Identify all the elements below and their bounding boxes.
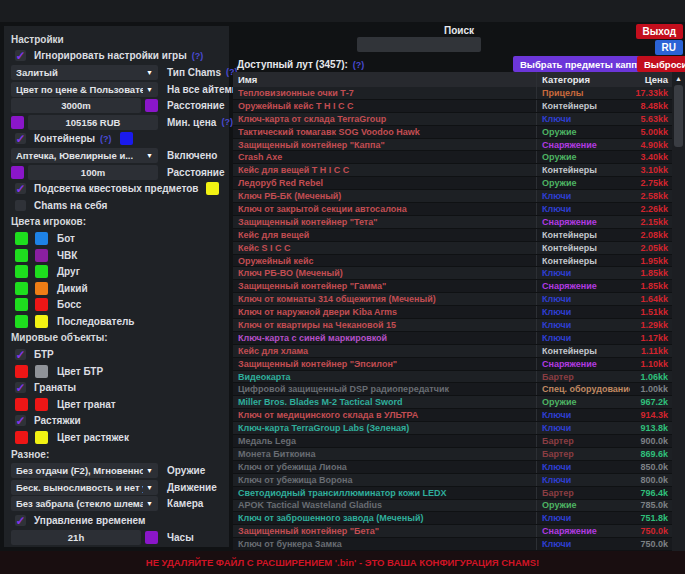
color-swatch-primary[interactable] <box>15 365 28 378</box>
color-swatch-primary[interactable] <box>15 315 28 328</box>
column-header-price[interactable]: Цена <box>630 74 672 85</box>
scroll-up-icon[interactable]: ▲ <box>672 72 685 84</box>
table-row[interactable]: Ключ от комнаты 314 общежития (Меченый)К… <box>233 293 685 306</box>
table-row[interactable]: Защищенный контейнер "Тета"Снаряжение2.1… <box>233 216 685 229</box>
checkbox[interactable]: ✓ <box>15 382 26 393</box>
checkbox[interactable]: ✓ <box>15 415 26 426</box>
color-swatch-secondary[interactable] <box>35 282 48 295</box>
color-swatch-secondary[interactable] <box>35 265 48 278</box>
table-row[interactable]: Ключ от убежища ВоронаКлючи800.0k <box>233 474 685 487</box>
color-swatch-secondary[interactable] <box>35 249 48 262</box>
color-swatch[interactable] <box>145 99 158 112</box>
table-row[interactable]: Медаль LegaБартер900.0k <box>233 435 685 448</box>
table-row[interactable]: Защищенный контейнер "Гамма"Снаряжение1.… <box>233 280 685 293</box>
color-swatch-primary[interactable] <box>15 249 28 262</box>
table-row[interactable]: Miller Bros. Blades M-2 Tactical SwordОр… <box>233 396 685 409</box>
setting-label: Камера <box>167 498 203 509</box>
table-row[interactable]: ВидеокартаБартер1.06kk <box>233 371 685 384</box>
table-row[interactable]: Ключ от квартиры на Чекановой 15Ключи1.2… <box>233 319 685 332</box>
color-swatch-primary[interactable] <box>15 298 28 311</box>
table-row[interactable]: Оружейный кейсКонтейнеры1.95kk <box>233 255 685 268</box>
color-swatch-primary[interactable] <box>15 431 28 444</box>
color-swatch-secondary[interactable] <box>35 365 48 378</box>
color-swatch[interactable] <box>11 166 24 179</box>
table-row[interactable]: Ключ от заброшенного завода (Меченый)Клю… <box>233 512 685 525</box>
column-header-category[interactable]: Категория <box>536 72 630 87</box>
color-swatch-primary[interactable] <box>15 232 28 245</box>
value-input[interactable]: 3000m <box>11 98 141 113</box>
color-swatch-primary[interactable] <box>15 265 28 278</box>
item-category: Ключи <box>536 538 630 550</box>
checkbox[interactable]: ✓ <box>15 515 26 526</box>
table-row[interactable]: Ключ РБ-БК (Меченый)Ключи2.58kk <box>233 190 685 203</box>
scrollbar[interactable]: ▲ <box>672 72 685 551</box>
color-swatch[interactable] <box>206 182 219 195</box>
drop-all-button[interactable]: Выбросить все <box>637 56 685 72</box>
item-category: Снаряжение <box>536 525 630 537</box>
sidebar-row: Цвет по цене & Пользователь▼На все айтем… <box>11 81 222 98</box>
color-label: Последователь <box>57 316 135 327</box>
item-name: Кейс для вещей <box>233 230 536 240</box>
checkbox[interactable]: ✓ <box>15 349 26 360</box>
color-swatch-primary[interactable] <box>15 282 28 295</box>
checkbox[interactable]: ✓ <box>15 133 26 144</box>
column-header-name[interactable]: Имя <box>233 74 536 85</box>
color-swatch-secondary[interactable] <box>35 431 48 444</box>
checkbox[interactable]: ✓ <box>15 183 26 194</box>
table-row[interactable]: Монета БиткоинаБартер869.6k <box>233 448 685 461</box>
value-input[interactable]: 21h <box>11 530 141 545</box>
color-swatch[interactable] <box>11 116 24 129</box>
item-name: Ключ от заброшенного завода (Меченый) <box>233 513 536 523</box>
sidebar-row: Без отдачи (F2), Мгновенное п▼Оружие <box>11 462 222 479</box>
table-row[interactable]: Оружейный кейс T H I C CКонтейнеры8.48kk <box>233 100 685 113</box>
select-kappa-items-button[interactable]: Выбрать предметы каппа <box>513 56 649 72</box>
table-row[interactable]: Кейс S I C CКонтейнеры2.05kk <box>233 242 685 255</box>
table-row[interactable]: Crash AxeОружие3.40kk <box>233 151 685 164</box>
table-row[interactable]: Цифровой защищенный DSP радиопередатчикС… <box>233 383 685 396</box>
table-row[interactable]: Ключ от медицинского склада в УЛЬТРАКлюч… <box>233 409 685 422</box>
table-row[interactable]: Кейс для вещей T H I C CКонтейнеры3.10kk <box>233 164 685 177</box>
dropdown[interactable]: Аптечка, Ювелирные и...▼ <box>11 148 158 163</box>
table-row[interactable]: Ключ-карта с синей маркировкойКлючи1.17k… <box>233 332 685 345</box>
color-swatch-secondary[interactable] <box>35 315 48 328</box>
table-row[interactable]: Ключ от закрытой секции автосалонаКлючи2… <box>233 203 685 216</box>
dropdown[interactable]: Без отдачи (F2), Мгновенное п▼ <box>11 463 158 478</box>
table-row[interactable]: Защищенный контейнер "Каппа"Снаряжение4.… <box>233 139 685 152</box>
search-input[interactable] <box>357 37 481 52</box>
table-row[interactable]: Ключ от убежища ЛионаКлючи850.0k <box>233 461 685 474</box>
table-row[interactable]: Ключ РБ-ВО (Меченый)Ключи1.85kk <box>233 267 685 280</box>
checkbox[interactable]: ✓ <box>15 50 26 61</box>
color-swatch-secondary[interactable] <box>35 232 48 245</box>
color-swatch-secondary[interactable] <box>35 398 48 411</box>
dropdown[interactable]: Залитый▼ <box>11 65 158 80</box>
table-row[interactable]: Защищенный контейнер "Эпсилон"Снаряжение… <box>233 358 685 371</box>
item-name: Кейс для вещей T H I C C <box>233 165 536 175</box>
checkbox[interactable] <box>15 200 26 211</box>
dropdown[interactable]: Цвет по цене & Пользователь▼ <box>11 82 158 97</box>
dropdown[interactable]: Беск. выносливость и нет уста▼ <box>11 480 158 495</box>
table-row[interactable]: Защищенный контейнер "Бета"Снаряжение750… <box>233 525 685 538</box>
dropdown-value: Беск. выносливость и нет уста <box>16 482 143 493</box>
color-swatch-primary[interactable] <box>15 398 28 411</box>
value-input[interactable]: 100m <box>28 165 158 180</box>
table-row[interactable]: Кейс для хламаКонтейнеры1.11kk <box>233 345 685 358</box>
scrollbar-thumb[interactable] <box>674 85 683 147</box>
value-input[interactable]: 105156 RUB <box>28 115 158 130</box>
table-row[interactable]: Ключ-карта TerraGroup Labs (Зеленая)Ключ… <box>233 422 685 435</box>
color-swatch[interactable] <box>120 132 133 145</box>
table-row[interactable]: Светодиодный трансиллюминатор кожи LEDXБ… <box>233 487 685 500</box>
exit-button[interactable]: Выход <box>636 24 683 39</box>
table-row[interactable]: Ключ-карта от склада TerraGroupКлючи5.63… <box>233 113 685 126</box>
item-category: Ключи <box>536 461 630 473</box>
color-swatch-secondary[interactable] <box>35 298 48 311</box>
table-row[interactable]: Ледоруб Red RebelОружие2.75kk <box>233 177 685 190</box>
table-row[interactable]: Тактический томагавк SOG Voodoo HawkОруж… <box>233 126 685 139</box>
table-row[interactable]: Ключ от бункера ЗамкаКлючи750.0k <box>233 538 685 551</box>
language-button[interactable]: RU <box>655 40 683 55</box>
dropdown[interactable]: Без забрала (стекло шлема)▼ <box>11 496 158 511</box>
color-swatch[interactable] <box>145 531 158 544</box>
table-row[interactable]: Кейс для вещейКонтейнеры2.08kk <box>233 229 685 242</box>
table-row[interactable]: Тепловизионные очки Т-7Прицелы17.33kk <box>233 87 685 100</box>
table-row[interactable]: Ключ от наружной двери Kiba ArmsКлючи1.5… <box>233 306 685 319</box>
table-row[interactable]: APOK Tactical Wasteland GladiusОружие785… <box>233 500 685 513</box>
